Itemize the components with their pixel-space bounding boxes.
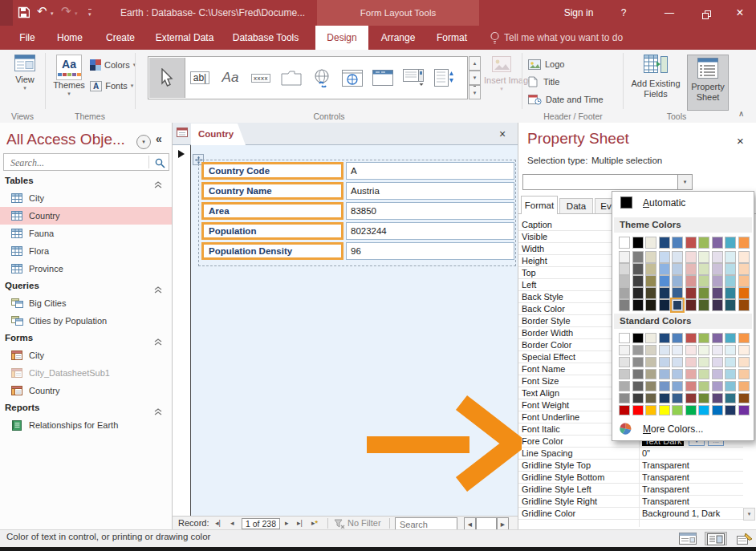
color-swatch[interactable] bbox=[619, 237, 630, 249]
color-swatch[interactable] bbox=[725, 369, 736, 379]
nav-section-header-reports[interactable]: Reports bbox=[0, 399, 172, 416]
color-swatch[interactable] bbox=[659, 405, 670, 415]
color-swatch[interactable] bbox=[672, 345, 683, 355]
field-value-country-code[interactable]: A bbox=[346, 162, 514, 180]
undo-dropdown-icon[interactable]: ▾ bbox=[51, 10, 54, 18]
color-swatch[interactable] bbox=[685, 357, 697, 367]
color-swatch[interactable] bbox=[725, 393, 736, 403]
color-swatch[interactable] bbox=[685, 393, 697, 403]
color-swatch[interactable] bbox=[712, 405, 723, 415]
nav-section-header-forms[interactable]: Forms bbox=[0, 330, 172, 346]
color-swatch[interactable] bbox=[619, 287, 630, 299]
color-swatch[interactable] bbox=[645, 357, 656, 367]
color-swatch[interactable] bbox=[738, 333, 750, 343]
color-swatch[interactable] bbox=[685, 237, 697, 249]
color-swatch[interactable] bbox=[738, 345, 750, 355]
color-swatch[interactable] bbox=[738, 299, 750, 311]
color-swatch[interactable] bbox=[672, 393, 683, 403]
label-control[interactable]: Aa bbox=[215, 58, 246, 98]
color-swatch[interactable] bbox=[712, 275, 723, 287]
color-swatch[interactable] bbox=[738, 369, 750, 379]
color-swatch[interactable] bbox=[659, 393, 670, 403]
last-record-icon[interactable]: ▸| bbox=[297, 517, 303, 530]
color-swatch[interactable] bbox=[632, 287, 644, 299]
property-row-gridline-style-bottom[interactable]: Gridline Style BottomTransparent bbox=[518, 472, 743, 484]
color-swatch[interactable] bbox=[725, 405, 736, 415]
color-swatch[interactable] bbox=[725, 381, 736, 391]
fonts-button[interactable]: A Fonts ▾ bbox=[90, 79, 133, 93]
property-sheet-button[interactable]: Property Sheet bbox=[687, 55, 729, 111]
color-swatch[interactable] bbox=[632, 275, 644, 287]
color-swatch[interactable] bbox=[659, 369, 670, 379]
color-swatch[interactable] bbox=[659, 263, 670, 275]
color-swatch[interactable] bbox=[645, 393, 656, 403]
nav-item-country[interactable]: Country bbox=[0, 207, 172, 225]
color-swatch[interactable] bbox=[632, 299, 644, 311]
color-swatch[interactable] bbox=[619, 357, 630, 367]
color-swatch[interactable] bbox=[645, 287, 656, 299]
color-swatch[interactable] bbox=[645, 333, 656, 343]
property-row-partial[interactable] bbox=[518, 520, 743, 527]
color-swatch[interactable] bbox=[659, 275, 670, 287]
color-swatch[interactable] bbox=[685, 381, 697, 391]
next-record-icon[interactable]: ▸ bbox=[285, 517, 289, 530]
document-close-icon[interactable]: × bbox=[496, 126, 509, 142]
tab-home[interactable]: Home bbox=[51, 26, 88, 50]
color-swatch[interactable] bbox=[672, 333, 683, 343]
color-swatch[interactable] bbox=[685, 369, 697, 379]
combo-box-control[interactable] bbox=[398, 58, 429, 98]
help-button[interactable]: ? bbox=[614, 0, 633, 26]
select-tool[interactable] bbox=[149, 58, 185, 98]
color-swatch[interactable] bbox=[698, 405, 709, 415]
title-button[interactable]: Title bbox=[528, 75, 559, 88]
new-record-icon[interactable]: ▸* bbox=[311, 517, 318, 530]
chevron-down-icon[interactable]: ▾ bbox=[677, 175, 692, 189]
color-swatch[interactable] bbox=[712, 381, 723, 391]
property-value[interactable]: Transparent bbox=[640, 460, 743, 471]
tab-arrange[interactable]: Arrange bbox=[374, 26, 422, 50]
gallery-scroll-down-icon[interactable]: ▾ bbox=[469, 71, 481, 85]
color-swatch[interactable] bbox=[738, 393, 750, 403]
colors-button[interactable]: Colors ▾ bbox=[90, 58, 136, 72]
qat-customize-icon[interactable]: ▾ bbox=[88, 9, 91, 18]
shutter-bar-close-icon[interactable]: « bbox=[156, 132, 162, 145]
color-swatch[interactable] bbox=[712, 263, 723, 275]
color-swatch[interactable] bbox=[738, 357, 750, 367]
color-swatch[interactable] bbox=[645, 275, 656, 287]
color-swatch[interactable] bbox=[619, 275, 630, 287]
color-swatch[interactable] bbox=[672, 357, 683, 367]
color-swatch[interactable] bbox=[712, 393, 723, 403]
color-swatch[interactable] bbox=[712, 251, 723, 263]
nav-search-input[interactable] bbox=[9, 155, 148, 171]
property-row-line-spacing[interactable]: Line Spacing0" bbox=[518, 448, 743, 460]
tab-format[interactable]: Format bbox=[430, 26, 474, 50]
color-swatch[interactable] bbox=[725, 251, 736, 263]
field-value-population[interactable]: 8023244 bbox=[346, 222, 514, 240]
color-swatch[interactable] bbox=[712, 287, 723, 299]
color-swatch[interactable] bbox=[632, 237, 644, 249]
color-swatch[interactable] bbox=[619, 333, 630, 343]
tab-file[interactable]: File bbox=[11, 26, 43, 50]
property-value[interactable]: Background 1, Dark bbox=[640, 508, 743, 519]
color-swatch[interactable] bbox=[645, 251, 656, 263]
sign-in-button[interactable]: Sign in bbox=[555, 0, 602, 26]
app-icon[interactable] bbox=[0, 0, 13, 26]
layout-view-button[interactable] bbox=[705, 532, 727, 545]
color-swatch[interactable] bbox=[712, 237, 723, 249]
color-swatch[interactable] bbox=[645, 237, 656, 249]
color-swatch[interactable] bbox=[672, 369, 683, 379]
color-swatch[interactable] bbox=[698, 369, 709, 379]
field-value-population-density[interactable]: 96 bbox=[346, 242, 514, 260]
record-search-box[interactable] bbox=[395, 517, 457, 530]
color-swatch[interactable] bbox=[685, 333, 697, 343]
hscroll-right-icon[interactable]: ▸ bbox=[497, 517, 509, 530]
nav-item-city-datasheetsub1[interactable]: City_DatasheetSub1 bbox=[0, 364, 172, 382]
undo-button[interactable]: ↶ bbox=[37, 4, 47, 18]
nav-item-city[interactable]: City bbox=[0, 189, 172, 207]
nav-search-box[interactable] bbox=[3, 153, 169, 171]
color-swatch[interactable] bbox=[632, 405, 644, 415]
color-swatch[interactable] bbox=[659, 299, 670, 311]
tab-database-tools[interactable]: Database Tools bbox=[228, 26, 303, 50]
color-swatch[interactable] bbox=[698, 263, 709, 275]
color-swatch[interactable] bbox=[632, 357, 644, 367]
